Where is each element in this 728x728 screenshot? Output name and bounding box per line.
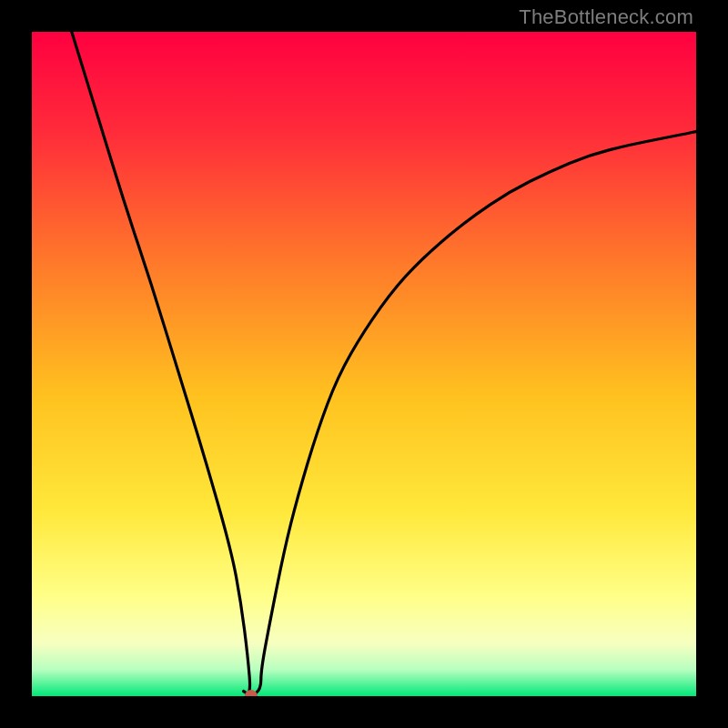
gradient-background bbox=[32, 32, 696, 696]
bottleneck-chart bbox=[32, 32, 696, 696]
watermark-text: TheBottleneck.com bbox=[519, 5, 693, 29]
chart-container: TheBottleneck.com bbox=[0, 0, 728, 728]
